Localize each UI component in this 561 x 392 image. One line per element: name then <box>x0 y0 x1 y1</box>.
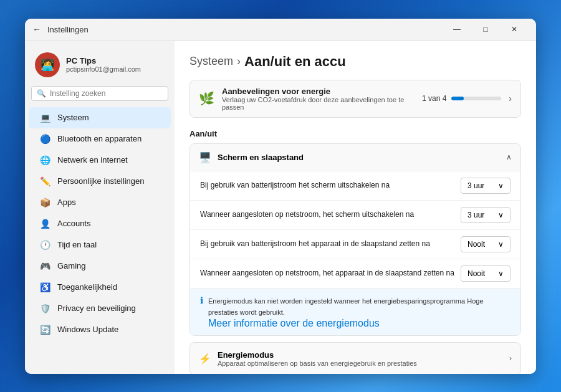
breadcrumb-current: Aan/uit en accu <box>244 54 346 70</box>
energiemodus-icon: ⚡ <box>199 353 211 365</box>
row2-value: Nooit <box>467 240 485 249</box>
info-box: ℹ Energiemodus kan niet worden ingesteld… <box>190 288 520 335</box>
info-content: Energiemodus kan niet worden ingesteld w… <box>208 295 511 329</box>
info-link[interactable]: Meer informatie over de energiemodus <box>208 318 380 328</box>
progress-bar-fill <box>451 97 464 100</box>
setting-row-battery-screen: Bij gebruik van batterijstroom het scher… <box>190 171 520 200</box>
close-button[interactable]: ✕ <box>500 19 529 41</box>
sidebar-item-persoonlijk[interactable]: ✏️ Persoonlijke instellingen <box>29 171 171 192</box>
breadcrumb-separator: › <box>237 55 241 68</box>
back-button[interactable]: ← <box>32 24 41 34</box>
sidebar-label-netwerk: Netwerk en internet <box>57 155 128 165</box>
row1-value: 3 uur <box>467 211 484 219</box>
energiemodus-text: Energiemodus Apparaat optimaliseren op b… <box>218 350 503 367</box>
bluetooth-icon: 🔵 <box>39 133 51 145</box>
setting-row-power-sleep: Wanneer aangesloten op netstroom, het ap… <box>190 259 520 288</box>
systeem-icon: 💻 <box>39 112 51 124</box>
scherm-slaapstand-card: 🖥️ Scherm en slaapstand ∧ Bij gebruik va… <box>189 143 521 336</box>
energiemodus-title: Energiemodus <box>218 350 503 360</box>
sidebar-label-persoonlijk: Persoonlijke instellingen <box>57 176 144 186</box>
sidebar-item-accounts[interactable]: 👤 Accounts <box>29 213 171 234</box>
update-icon: 🔄 <box>39 323 51 336</box>
chevron-up-icon: ∧ <box>506 153 512 161</box>
sidebar: 👩‍💻 PC Tips pctipsinfo01@gmail.com 🔍 💻 S… <box>25 41 175 374</box>
sidebar-item-toegankelijkheid[interactable]: ♿ Toegankelijkheid <box>29 277 171 298</box>
sidebar-item-update[interactable]: 🔄 Windows Update <box>29 319 171 340</box>
info-icon: ℹ <box>200 295 203 305</box>
sidebar-item-netwerk[interactable]: 🌐 Netwerk en internet <box>29 150 171 171</box>
user-name: PC Tips <box>66 56 141 65</box>
scherm-icon: 🖥️ <box>199 151 211 163</box>
energy-recommendation-card[interactable]: 🌿 Aanbevelingen voor energie Verlaag uw … <box>189 80 521 118</box>
gaming-icon: 🎮 <box>39 260 51 272</box>
chevron-down-icon-2: ∨ <box>498 240 504 249</box>
energiemodus-card[interactable]: ⚡ Energiemodus Apparaat optimaliseren op… <box>189 342 521 374</box>
avatar: 👩‍💻 <box>35 52 60 77</box>
privacy-icon: 🛡️ <box>39 302 51 315</box>
green-arrow-2: ➘ <box>518 262 521 282</box>
apps-icon: 📦 <box>39 196 51 209</box>
sidebar-label-tijd: Tijd en taal <box>57 240 97 249</box>
sidebar-item-tijd[interactable]: 🕐 Tijd en taal <box>29 234 171 256</box>
chevron-down-icon-3: ∨ <box>498 269 504 278</box>
netwerk-icon: 🌐 <box>39 154 51 166</box>
scherm-slaapstand-title: Scherm en slaapstand <box>218 153 500 162</box>
tijd-icon: 🕐 <box>39 239 51 251</box>
user-info: PC Tips pctipsinfo01@gmail.com <box>66 56 141 73</box>
sidebar-item-systeem[interactable]: 💻 Systeem <box>29 107 171 128</box>
chevron-down-icon-1: ∨ <box>498 211 504 219</box>
scherm-slaapstand-body: Bij gebruik van batterijstroom het scher… <box>190 171 520 335</box>
row0-dropdown[interactable]: 3 uur ∨ <box>461 178 511 194</box>
toegankelijkheid-icon: ♿ <box>39 281 51 294</box>
breadcrumb: Systeem › Aan/uit en accu <box>189 54 521 70</box>
row1-label: Wanneer aangesloten op netstroom, het sc… <box>200 209 454 220</box>
chevron-down-icon: ∨ <box>498 181 504 190</box>
search-box[interactable]: 🔍 <box>31 86 168 101</box>
sidebar-item-privacy[interactable]: 🛡️ Privacy en beveiliging <box>29 298 171 319</box>
sidebar-label-gaming: Gaming <box>57 261 86 270</box>
sidebar-label-update: Windows Update <box>57 325 118 334</box>
sidebar-label-toegankelijkheid: Toegankelijkheid <box>57 282 117 292</box>
energy-arrow: › <box>509 93 512 103</box>
sidebar-item-bluetooth[interactable]: 🔵 Bluetooth en apparaten <box>29 128 171 150</box>
progress-bar <box>451 97 501 100</box>
energy-count: 1 van 4 <box>422 94 446 103</box>
search-input[interactable] <box>50 89 163 98</box>
energy-card-subtitle: Verlaag uw CO2-voetafdruk door deze aanb… <box>222 96 415 111</box>
maximize-button[interactable]: □ <box>471 19 500 41</box>
setting-row-battery-sleep: Bij gebruik van batterijstroom het appar… <box>190 229 520 259</box>
accounts-icon: 👤 <box>39 218 51 230</box>
row1-dropdown[interactable]: 3 uur ∨ <box>461 207 511 223</box>
energy-icon: 🌿 <box>199 91 214 106</box>
energy-card-title: Aanbevelingen voor energie <box>222 87 415 96</box>
row3-label: Wanneer aangesloten op netstroom, het ap… <box>200 268 454 279</box>
energy-card-text: Aanbevelingen voor energie Verlaag uw CO… <box>222 87 415 111</box>
user-profile: 👩‍💻 PC Tips pctipsinfo01@gmail.com <box>25 47 175 86</box>
window-controls: — □ ✕ <box>443 19 529 41</box>
energiemodus-subtitle: Apparaat optimaliseren op basis van ener… <box>218 360 503 367</box>
settings-window: ← Instellingen — □ ✕ 👩‍💻 PC Tips pctipsi… <box>25 19 536 374</box>
scherm-slaapstand-header[interactable]: 🖥️ Scherm en slaapstand ∧ <box>190 144 520 171</box>
energiemodus-arrow: › <box>509 354 512 363</box>
minimize-button[interactable]: — <box>443 19 471 41</box>
main-content: Systeem › Aan/uit en accu 🌿 Aanbevelinge… <box>175 41 536 374</box>
sidebar-item-apps[interactable]: 📦 Apps <box>29 192 171 213</box>
window-title: Instellingen <box>47 25 443 34</box>
sidebar-label-bluetooth: Bluetooth en apparaten <box>57 134 141 143</box>
row0-value: 3 uur <box>467 181 484 190</box>
row3-dropdown[interactable]: Nooit ∨ <box>461 265 511 282</box>
row3-value: Nooit <box>467 269 485 278</box>
sidebar-item-gaming[interactable]: 🎮 Gaming <box>29 256 171 277</box>
aanuit-section-label: Aan/uit <box>189 129 521 138</box>
row2-dropdown[interactable]: Nooit ∨ <box>461 236 511 252</box>
search-icon: 🔍 <box>37 89 46 98</box>
window-content: 👩‍💻 PC Tips pctipsinfo01@gmail.com 🔍 💻 S… <box>25 41 536 374</box>
breadcrumb-system: Systeem <box>189 55 233 68</box>
setting-row-power-screen: Wanneer aangesloten op netstroom, het sc… <box>190 200 520 229</box>
info-message: Energiemodus kan niet worden ingesteld w… <box>208 297 484 317</box>
sidebar-label-systeem: Systeem <box>57 113 89 122</box>
sidebar-label-accounts: Accounts <box>57 219 90 228</box>
row2-label: Bij gebruik van batterijstroom het appar… <box>200 239 454 249</box>
sidebar-label-privacy: Privacy en beveiliging <box>57 304 136 313</box>
user-email: pctipsinfo01@gmail.com <box>66 65 141 73</box>
